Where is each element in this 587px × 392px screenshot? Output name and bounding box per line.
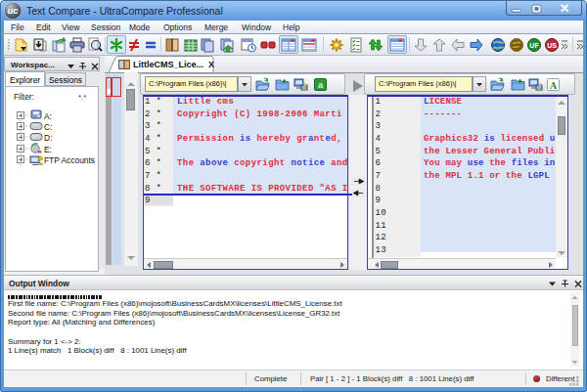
svg-text:UF: UF xyxy=(529,42,539,49)
svg-text:A: A xyxy=(550,80,558,91)
svg-text:US: US xyxy=(547,42,557,49)
